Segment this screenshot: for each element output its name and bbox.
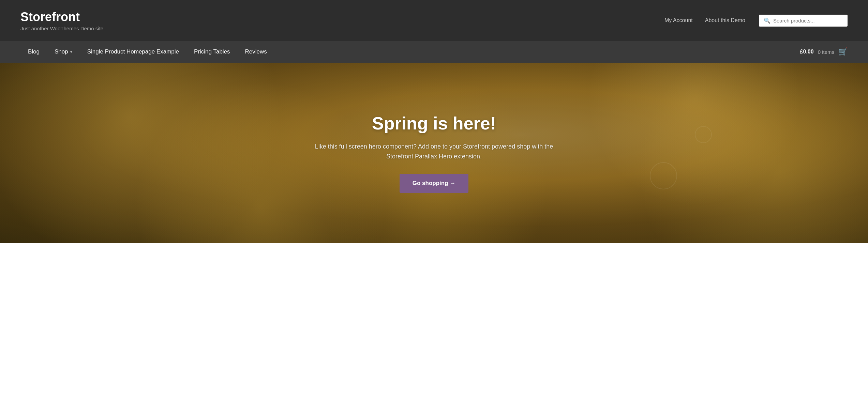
chevron-down-icon: ▾ (70, 50, 72, 54)
search-input[interactable] (773, 18, 843, 24)
nav-pricing-tables[interactable]: Pricing Tables (186, 42, 238, 62)
nav-single-product[interactable]: Single Product Homepage Example (80, 42, 186, 62)
hero-content: Spring is here! Like this full screen he… (298, 99, 570, 206)
cart-price: £0.00 (800, 49, 814, 55)
top-nav: My Account About this Demo (664, 17, 745, 24)
go-shopping-button[interactable]: Go shopping → (400, 174, 469, 193)
brand-title: Storefront (20, 10, 103, 24)
hero-title: Spring is here! (304, 113, 564, 134)
main-nav: Blog Shop ▾ Single Product Homepage Exam… (20, 42, 274, 62)
about-demo-link[interactable]: About this Demo (705, 17, 745, 24)
brand-area: Storefront Just another WooThemes Demo s… (20, 10, 103, 31)
nav-bar: Blog Shop ▾ Single Product Homepage Exam… (0, 41, 868, 63)
nav-blog[interactable]: Blog (20, 42, 47, 62)
deco-circle-2 (695, 126, 712, 143)
cart-area: £0.00 0 items 🛒 (800, 47, 848, 56)
nav-reviews[interactable]: Reviews (238, 42, 274, 62)
deco-circle-1 (650, 162, 677, 189)
nav-shop[interactable]: Shop ▾ (47, 42, 80, 62)
brand-subtitle: Just another WooThemes Demo site (20, 26, 103, 31)
search-box: 🔍 (759, 15, 848, 27)
cart-icon[interactable]: 🛒 (838, 47, 848, 56)
my-account-link[interactable]: My Account (664, 17, 693, 24)
top-bar: Storefront Just another WooThemes Demo s… (0, 0, 868, 41)
top-right: My Account About this Demo 🔍 (664, 15, 848, 27)
hero-section: Spring is here! Like this full screen he… (0, 63, 868, 243)
cart-items-label: 0 items (818, 49, 834, 55)
hero-subtitle: Like this full screen hero component? Ad… (304, 142, 564, 161)
search-icon: 🔍 (764, 17, 770, 24)
